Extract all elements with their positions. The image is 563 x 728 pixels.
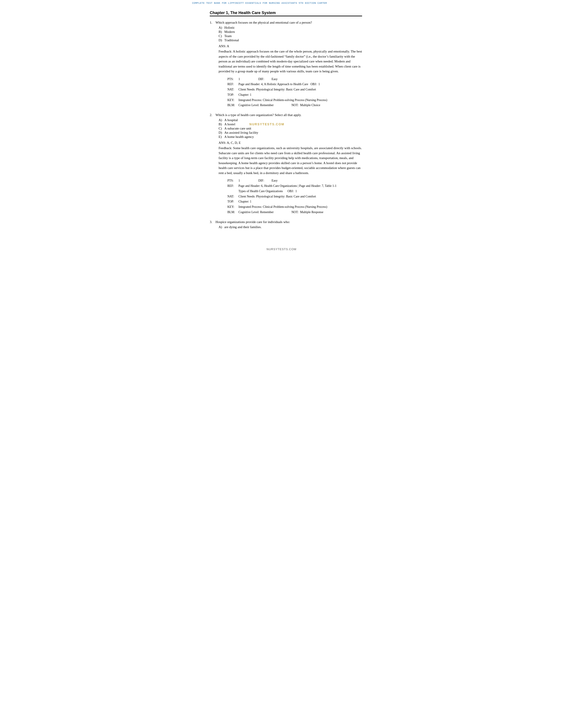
q1-opt-d-text: Traditional: [224, 38, 239, 42]
q1-option-a: A) Holistic: [218, 26, 362, 30]
q1-opt-c-letter: C): [218, 34, 223, 38]
q2-meta-blm: BLM: Cognitive Level: Remember NOT: Mult…: [227, 210, 362, 215]
q2-meta-key: KEY: Integrated Process: Clinical Proble…: [227, 204, 362, 210]
q1-meta-blm: BLM: Cognitive Level: Remember NOT: Mult…: [227, 103, 362, 108]
page-wrapper: COMPLETE TEST BANK FOR LIPPINCOTT ESSENT…: [188, 0, 375, 253]
q2-opt-a-letter: A): [218, 118, 223, 122]
q1-ans-label: ANS: A: [218, 44, 362, 48]
q3-options: A) are dying and their families.: [218, 225, 362, 229]
q2-option-d: D) An assisted living facility: [218, 131, 362, 135]
chapter-title: Chapter 1, The Health Care System: [210, 11, 362, 15]
q1-ans-section: ANS: A Feedback: A holistic approach foc…: [218, 44, 362, 108]
q3-number: 3.: [210, 220, 214, 224]
q2-ans-label: ANS: A, C, D, E: [218, 141, 362, 145]
chapter-divider: [210, 16, 362, 16]
q2-options: A) A hospital B) A hostel NURSYTESTS.COM…: [218, 118, 362, 139]
inline-watermark: NURSYTESTS.COM: [249, 122, 285, 126]
q1-meta-nat: NAT: Client Needs: Physiological Integri…: [227, 87, 362, 92]
q1-meta-ref: REF: Page and Header: 4, A Holistic Appr…: [227, 82, 362, 87]
question-2-text: 2. Which is a type of health care organi…: [210, 113, 362, 117]
q1-opt-a-letter: A): [218, 26, 223, 30]
q2-opt-c-text: A subacute care unit: [224, 127, 251, 130]
question-1: 1. Which approach focuses on the physica…: [210, 21, 362, 108]
q1-meta-pts: PTS: 1 DIF: Easy: [227, 77, 362, 82]
q1-opt-c-text: Team: [224, 34, 231, 38]
q2-option-e: E) A home health agency: [218, 135, 362, 139]
q3-body: Hospice organizations provide care for i…: [215, 220, 290, 224]
q1-option-b: B) Modern: [218, 30, 362, 34]
question-3-text: 3. Hospice organizations provide care fo…: [210, 220, 362, 224]
question-2: 2. Which is a type of health care organi…: [210, 113, 362, 215]
q2-opt-e-letter: E): [218, 135, 223, 139]
q2-opt-b-text: A hostel: [224, 122, 235, 126]
q2-opt-e-text: A home health agency: [224, 135, 254, 139]
q1-meta-top: TOP: Chapter: 1: [227, 92, 362, 98]
q2-option-b: B) A hostel NURSYTESTS.COM: [218, 122, 362, 126]
q2-option-c: C) A subacute care unit: [218, 127, 362, 130]
top-header: COMPLETE TEST BANK FOR LIPPINCOTT ESSENT…: [188, 0, 375, 6]
q2-feedback: Feedback: Some health care organizations…: [218, 146, 362, 175]
q2-opt-b-letter: B): [218, 122, 223, 126]
footer-text: NURSYTESTS.COM: [266, 248, 296, 251]
q1-opt-b-text: Modern: [224, 30, 235, 34]
q2-ans-section: ANS: A, C, D, E Feedback: Some health ca…: [218, 141, 362, 215]
q2-opt-d-letter: D): [218, 131, 223, 135]
q1-number: 1.: [210, 21, 214, 24]
main-content: Chapter 1, The Health Care System 1. Whi…: [188, 6, 375, 243]
q1-meta-key: KEY: Integrated Process: Clinical Proble…: [227, 98, 362, 103]
q3-opt-a-letter: A): [218, 225, 223, 229]
q1-opt-d-letter: D): [218, 38, 223, 42]
q1-option-c: C) Team: [218, 34, 362, 38]
q2-meta-pts: PTS: 1 DIF: Easy: [227, 178, 362, 183]
q2-opt-a-text: A hospital: [224, 118, 238, 122]
q2-meta-ref: REF: Page and Header: 6, Health Care Org…: [227, 183, 362, 189]
q1-opt-b-letter: B): [218, 30, 223, 34]
q3-option-a: A) are dying and their families.: [218, 225, 362, 229]
q2-meta-nat: NAT: Client Needs: Physiological Integri…: [227, 194, 362, 199]
q2-opt-c-letter: C): [218, 127, 223, 130]
q2-meta: PTS: 1 DIF: Easy REF: Page and Header: 6…: [227, 178, 362, 215]
q1-options: A) Holistic B) Modern C) Team D) Traditi…: [218, 26, 362, 42]
q2-option-a: A) A hospital: [218, 118, 362, 122]
header-text: COMPLETE TEST BANK FOR LIPPINCOTT ESSENT…: [192, 2, 327, 4]
question-1-text: 1. Which approach focuses on the physica…: [210, 21, 362, 24]
q2-meta-top: TOP: Chapter: 1: [227, 199, 362, 204]
question-3: 3. Hospice organizations provide care fo…: [210, 220, 362, 229]
q2-meta-ref2: Types of Health Care Organizations OBJ: …: [227, 189, 362, 194]
q1-option-d: D) Traditional: [218, 38, 362, 42]
bottom-footer: NURSYTESTS.COM: [188, 243, 375, 253]
q2-number: 2.: [210, 113, 214, 117]
q3-opt-a-text: are dying and their families.: [224, 225, 261, 229]
q2-body: Which is a type of health care organizat…: [215, 113, 302, 117]
q1-meta: PTS: 1 DIF: Easy REF: Page and Header: 4…: [227, 77, 362, 108]
q1-opt-a-text: Holistic: [224, 26, 235, 30]
q2-opt-d-text: An assisted living facility: [224, 131, 258, 135]
q1-feedback: Feedback: A holistic approach focuses on…: [218, 49, 362, 74]
q1-body: Which approach focuses on the physical a…: [215, 21, 312, 24]
